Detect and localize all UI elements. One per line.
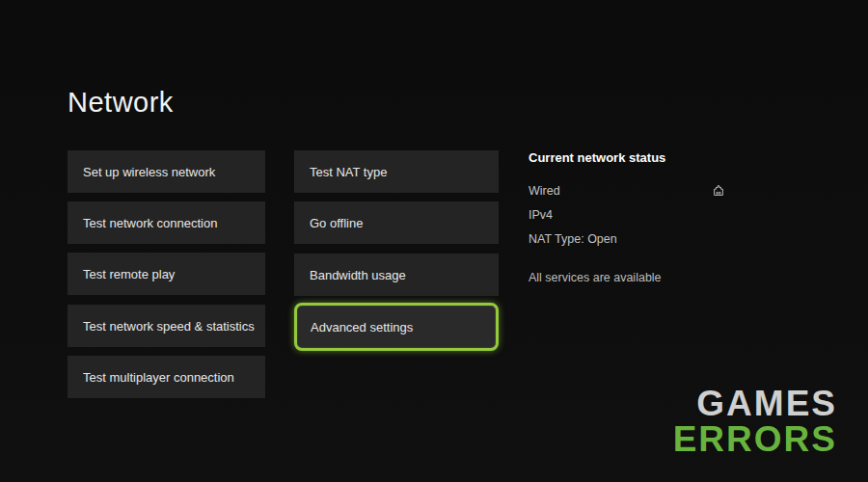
network-settings-screen: Network Set up wireless network Test net… — [0, 0, 868, 482]
button-label: Bandwidth usage — [310, 268, 406, 282]
go-offline-button[interactable]: Go offline — [294, 201, 499, 244]
status-panel-heading: Current network status — [529, 150, 808, 165]
bandwidth-usage-button[interactable]: Bandwidth usage — [294, 254, 499, 296]
button-label: Go offline — [310, 216, 363, 230]
ip-version-label: IPv4 — [529, 208, 553, 222]
page-title: Network — [68, 87, 174, 119]
games-errors-watermark: GAMES ERRORS — [673, 386, 837, 457]
test-remote-play-button[interactable]: Test remote play — [68, 253, 265, 295]
current-network-status-panel: Current network status Wired IPv4 NAT Ty… — [529, 150, 808, 284]
watermark-line2: ERRORS — [673, 421, 837, 457]
nat-type-row: NAT Type: Open — [529, 232, 808, 246]
button-label: Test network connection — [83, 216, 217, 230]
button-label: Test multiplayer connection — [83, 370, 234, 385]
connection-type-row: Wired — [529, 184, 808, 198]
test-nat-type-button[interactable]: Test NAT type — [294, 150, 499, 193]
connection-type-label: Wired — [529, 184, 560, 198]
test-network-speed-statistics-button[interactable]: Test network speed & statistics — [68, 305, 265, 347]
button-label: Test network speed & statistics — [83, 319, 255, 334]
nat-type-label: NAT Type: Open — [529, 232, 617, 246]
button-label: Test remote play — [83, 267, 175, 281]
button-label: Set up wireless network — [83, 165, 215, 179]
advanced-settings-button[interactable]: Advanced settings — [294, 303, 499, 351]
test-network-connection-button[interactable]: Test network connection — [68, 201, 265, 244]
button-label: Advanced settings — [311, 320, 413, 335]
services-status-text: All services are available — [529, 271, 808, 284]
ethernet-icon — [712, 184, 725, 198]
ip-version-row: IPv4 — [529, 208, 808, 222]
setup-wireless-network-button[interactable]: Set up wireless network — [68, 150, 265, 193]
test-multiplayer-connection-button[interactable]: Test multiplayer connection — [68, 356, 265, 398]
watermark-line1: GAMES — [673, 386, 837, 421]
button-label: Test NAT type — [310, 165, 387, 179]
